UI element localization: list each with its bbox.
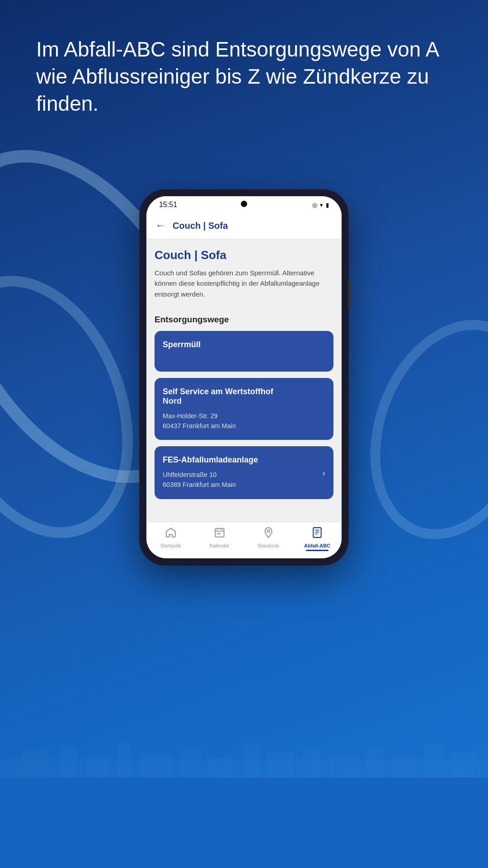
nav-kalender-label: Kalender xyxy=(210,543,230,548)
nav-startseite[interactable]: Startseite xyxy=(146,527,195,551)
disposal-card-sperrmuell[interactable]: Sperrmüll xyxy=(155,331,333,372)
camera-notch xyxy=(241,201,247,207)
nav-standorte[interactable]: Standorte xyxy=(244,527,293,551)
hero-text: Im Abfall-ABC sind Entsorgungswege von A… xyxy=(36,36,452,117)
nav-active-bar xyxy=(306,550,328,551)
section-heading: Entsorgungswege xyxy=(155,315,333,325)
item-description: Couch und Sofas gehören zum Sperrmüll. A… xyxy=(155,268,333,299)
nav-startseite-label: Startseite xyxy=(160,543,181,548)
status-time: 15:51 xyxy=(159,201,177,209)
phone-device: 15:51 ◎ ▾ ▮ ← Couch | Sofa Couch | Sofa … xyxy=(140,190,348,565)
bottom-bar xyxy=(0,778,488,868)
location-icon xyxy=(263,527,274,541)
phone-outer: 15:51 ◎ ▾ ▮ ← Couch | Sofa Couch | Sofa … xyxy=(140,190,348,565)
status-bar: 15:51 ◎ ▾ ▮ xyxy=(146,196,342,212)
card-sperrmuell-title: Sperrmüll xyxy=(163,340,325,349)
svg-rect-20 xyxy=(217,533,219,534)
app-content: Couch | Sofa Couch und Sofas gehören zum… xyxy=(146,239,342,522)
card-fes-title: FES-Abfallumladeanlage xyxy=(163,455,325,465)
svg-point-22 xyxy=(267,530,269,532)
phone-screen: 15:51 ◎ ▾ ▮ ← Couch | Sofa Couch | Sofa … xyxy=(146,196,342,558)
calendar-icon xyxy=(214,527,225,541)
item-title: Couch | Sofa xyxy=(155,248,333,262)
wifi-status-icon: ▾ xyxy=(320,202,323,208)
card-selfservice-address: Max-Holder-Str. 2960437 Frankfurt am Mai… xyxy=(163,411,325,431)
svg-rect-16 xyxy=(215,528,224,537)
location-status-icon: ◎ xyxy=(312,202,317,208)
nav-kalender[interactable]: Kalender xyxy=(195,527,244,551)
svg-rect-23 xyxy=(313,528,321,538)
card-fes-chevron: › xyxy=(322,467,325,478)
nav-abfall-abc[interactable]: Abfall-ABC xyxy=(293,527,342,551)
bg-swoosh-right xyxy=(341,296,488,563)
home-icon xyxy=(165,527,177,541)
item-title-section: Couch | Sofa Couch und Sofas gehören zum… xyxy=(155,248,333,307)
nav-abfall-abc-label: Abfall-ABC xyxy=(304,543,330,548)
disposal-card-self-service[interactable]: Self Service am Wertstoffhof Nord Max-Ho… xyxy=(155,378,333,440)
svg-rect-21 xyxy=(219,533,221,534)
nav-standorte-label: Standorte xyxy=(258,543,279,548)
card-selfservice-subtitle: Nord xyxy=(163,396,325,406)
status-icons: ◎ ▾ ▮ xyxy=(312,202,329,208)
disposal-card-fes[interactable]: FES-Abfallumladeanlage › Uhlfelderstraße… xyxy=(155,446,333,499)
battery-status-icon: ▮ xyxy=(326,202,329,208)
spacer xyxy=(155,505,333,513)
book-icon xyxy=(311,527,323,541)
card-selfservice-title: Self Service am Wertstoffhof xyxy=(163,387,325,396)
page-title: Couch | Sofa xyxy=(173,221,228,231)
app-header: ← Couch | Sofa xyxy=(146,212,342,239)
side-button xyxy=(348,280,350,307)
bottom-nav: Startseite Kalender xyxy=(146,522,342,558)
card-fes-address: Uhlfelderstraße 1060389 Frankfurt am Mai… xyxy=(163,470,325,490)
back-button[interactable]: ← xyxy=(155,220,165,231)
